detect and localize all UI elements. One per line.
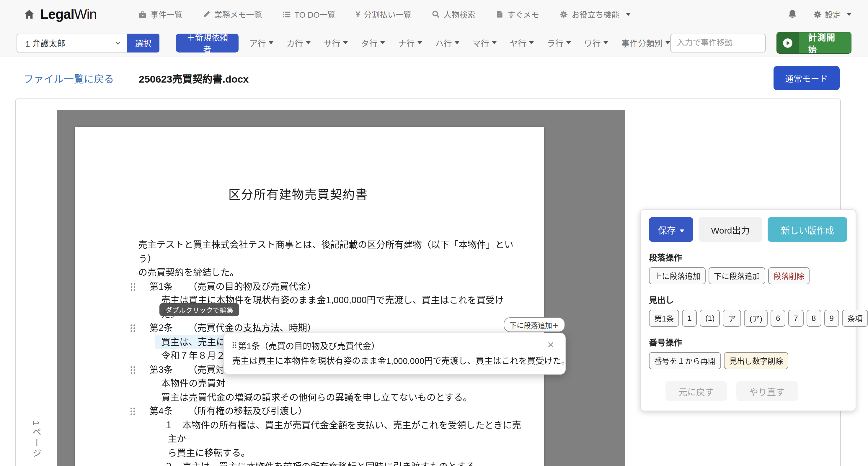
article-title: （所有権の移転及び引渡し） <box>188 406 307 416</box>
menu-item-人物検索[interactable]: 人物検索 <box>432 8 475 20</box>
lawyer-select[interactable]: 1 弁護太郎 <box>17 33 127 52</box>
chevron-down-icon <box>626 13 631 15</box>
reference-popup-heading: 第1条（売買の目的物及び売買代金） <box>238 339 380 352</box>
menu-item-事件一覧[interactable]: 事件一覧 <box>138 8 182 20</box>
chevron-down-icon <box>665 41 670 44</box>
chip-button-番号を１から再開[interactable]: 番号を１から再開 <box>649 352 721 369</box>
chevron-down-icon <box>529 41 534 44</box>
drag-handle-icon[interactable] <box>130 324 135 332</box>
add-paragraph-below-pill-button[interactable]: 下に段落追加＋ <box>504 318 565 332</box>
syllabary-item-サ行[interactable]: サ行 <box>323 37 348 49</box>
article-heading[interactable]: 第4条（所有権の移転及び引渡し） <box>149 404 521 418</box>
chip-button-条項[interactable]: 条項 <box>842 310 868 327</box>
top-navbar: LegalWin 事件一覧業務メモ一覧TO DO一覧¥分割払い一覧人物検索すぐメ… <box>0 0 868 57</box>
chip-button-下に段落追加[interactable]: 下に段落追加 <box>709 267 765 284</box>
chevron-down-icon <box>343 41 348 44</box>
chip-button-8[interactable]: 8 <box>806 310 821 327</box>
menu-item-分割払い一覧[interactable]: ¥分割払い一覧 <box>355 8 411 20</box>
article-heading[interactable]: 第1条（売買の目的物及び売買代金） <box>149 279 521 293</box>
chip-button-(ア)[interactable]: (ア) <box>744 310 768 327</box>
start-timer-label: 計測開始 <box>799 32 851 53</box>
syllabary-item-ハ行[interactable]: ハ行 <box>435 37 459 49</box>
back-to-file-list-link[interactable]: ファイル一覧に戻る <box>24 70 114 85</box>
document-paragraph[interactable]: １ 本物件の所有権は、買主が売買代金全額を支払い、売主がこれを受領したときに売主… <box>164 418 521 460</box>
chevron-down-icon <box>847 13 851 15</box>
lawyer-select-group: 1 弁護太郎 選択 <box>17 33 159 52</box>
chip-button-(1)[interactable]: (1) <box>700 310 720 327</box>
syllabary-item-ヤ行[interactable]: ヤ行 <box>509 37 534 49</box>
app-root: LegalWin 事件一覧業務メモ一覧TO DO一覧¥分割払い一覧人物検索すぐメ… <box>0 0 868 466</box>
case-move-input[interactable] <box>670 33 766 52</box>
chevron-down-icon <box>566 41 571 44</box>
document-intro[interactable]: 売主テストと買主株式会社テスト商事とは、後記記載の区分所有建物（以下「本物件」と… <box>138 238 521 279</box>
select-button[interactable]: 選択 <box>127 33 159 52</box>
nav-row-main: LegalWin 事件一覧業務メモ一覧TO DO一覧¥分割払い一覧人物検索すぐメ… <box>0 0 868 28</box>
syllabary-item-ナ行[interactable]: ナ行 <box>398 37 422 49</box>
paragraph-ops-buttons: 上に段落追加下に段落追加段落削除 <box>649 267 847 284</box>
drag-handle-icon[interactable] <box>130 365 135 374</box>
word-export-button[interactable]: Word出力 <box>699 217 762 242</box>
document-paragraph[interactable]: ２ 売主は、買主に本物件を前項の所有権移転と同時に引き渡すものとする。 <box>164 460 521 466</box>
reference-popup-body: 売主は買主に本物件を現状有姿のまま金1,000,000円で売渡し、買主はこれを買… <box>232 354 557 366</box>
syllabary-item-マ行[interactable]: マ行 <box>472 37 497 49</box>
syllabary-label: ナ行 <box>398 37 414 49</box>
play-circle-icon <box>777 32 799 53</box>
syllabary-label: ラ行 <box>547 37 563 49</box>
start-timer-button[interactable]: 計測開始 <box>776 32 851 54</box>
numbering-buttons: 番号を１から再開見出し数字削除 <box>649 352 847 369</box>
redo-button[interactable]: やり直す <box>736 381 798 401</box>
syllabary-label: カ行 <box>286 37 303 49</box>
chip-button-ア[interactable]: ア <box>723 310 741 327</box>
drag-handle-icon[interactable] <box>130 282 135 291</box>
article-number: 第3条 <box>149 364 173 374</box>
menu-item-label: お役立ち機能 <box>571 8 619 20</box>
double-click-edit-tooltip: ダブルクリックで編集 <box>159 303 239 316</box>
brand[interactable]: LegalWin <box>24 6 97 22</box>
new-version-button[interactable]: 新しい版作成 <box>768 217 847 242</box>
document-paragraph[interactable]: 買主は売買代金の増減の請求その他何らの異議を申し立てないものとする。 <box>161 390 521 404</box>
syllabary-label: マ行 <box>472 37 489 49</box>
drag-handle-icon[interactable] <box>232 341 237 348</box>
chip-button-段落削除[interactable]: 段落削除 <box>768 267 810 284</box>
menu-item-すぐメモ[interactable]: すぐメモ <box>495 8 539 20</box>
syllabary-item-ワ行[interactable]: ワ行 <box>584 37 608 49</box>
menu-item-お役立ち機能[interactable]: お役立ち機能 <box>559 8 631 20</box>
save-button[interactable]: 保存 <box>649 217 693 242</box>
text-segment: 買主は、売主に <box>161 336 225 346</box>
document-title: 区分所有建物売買契約書 <box>75 186 521 203</box>
menu-item-業務メモ一覧[interactable]: 業務メモ一覧 <box>202 8 262 20</box>
menu-item-label: 業務メモ一覧 <box>214 8 262 20</box>
breadcrumb: ファイル一覧に戻る 250623売買契約書.docx 通常モード <box>0 57 868 99</box>
syllabary-item-カ行[interactable]: カ行 <box>286 37 311 49</box>
menu-item-TO DO一覧[interactable]: TO DO一覧 <box>282 8 335 20</box>
chip-button-1[interactable]: 1 <box>682 310 697 327</box>
chevron-down-icon <box>306 41 311 44</box>
chip-button-9[interactable]: 9 <box>824 310 839 327</box>
notifications-bell-icon[interactable] <box>787 9 798 20</box>
undo-button[interactable]: 元に戻す <box>665 381 727 401</box>
chip-button-第1条[interactable]: 第1条 <box>649 310 679 327</box>
add-new-client-button[interactable]: ＋新規依頼者 <box>176 33 239 52</box>
chevron-down-icon <box>417 41 422 44</box>
editor-card: 1ページ 区分所有建物売買契約書 売主テストと買主株式会社テスト商事とは、後記記… <box>16 99 841 466</box>
chip-button-見出し数字削除[interactable]: 見出し数字削除 <box>724 352 788 369</box>
syllabary-item-ア行[interactable]: ア行 <box>249 37 273 49</box>
syllabary-item-タ行[interactable]: タ行 <box>361 37 385 49</box>
settings-menu[interactable]: 設定 <box>813 8 851 20</box>
document-paragraph[interactable]: 本物件の売買対 <box>161 376 521 390</box>
close-icon[interactable]: ✕ <box>545 339 557 351</box>
syllabary-item-ラ行[interactable]: ラ行 <box>547 37 571 49</box>
syllabary-item-事件分類別[interactable]: 事件分類別 <box>621 37 670 49</box>
chip-button-7[interactable]: 7 <box>788 310 803 327</box>
home-icon[interactable] <box>24 8 35 20</box>
chip-button-6[interactable]: 6 <box>771 310 785 327</box>
chip-button-上に段落追加[interactable]: 上に段落追加 <box>649 267 706 284</box>
drag-handle-icon[interactable] <box>130 407 135 415</box>
reference-popup-header: 第1条（売買の目的物及び売買代金） ✕ <box>232 339 557 352</box>
syllabary-label: ハ行 <box>435 37 452 49</box>
article-title: （売買代金の支払方法、時期） <box>188 323 316 333</box>
settings-label: 設定 <box>825 8 841 20</box>
undo-redo-row: 元に戻す やり直す <box>665 381 847 401</box>
normal-mode-button[interactable]: 通常モード <box>773 66 840 90</box>
headings-label: 見出し <box>649 294 847 305</box>
